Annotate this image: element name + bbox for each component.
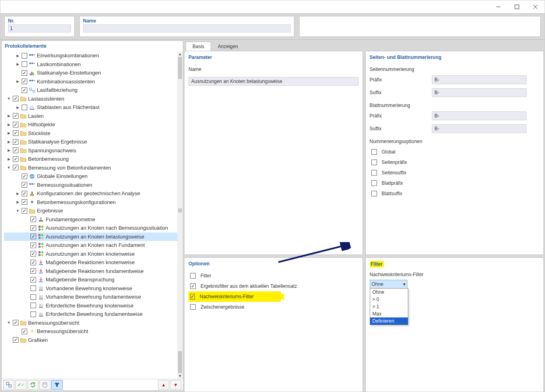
tree-row[interactable]: ▶Kombinationsassistenten [4,77,177,86]
tree-row[interactable]: Grafiken [4,336,177,345]
toolbar-db-button[interactable] [39,380,51,390]
tree-row[interactable]: ▶Statikanalyse-Ergebnisse [4,137,177,146]
tree-scrollbar[interactable]: ▲ ▼ [177,51,183,379]
numopt-checkbox[interactable] [371,160,377,165]
tree-checkbox[interactable] [30,216,36,222]
tree-row[interactable]: Erforderliche Bewehrung fundamentweise [4,310,177,319]
filter-dropdown[interactable]: Ohne▾ Ohne> 0> 1MaxDefinieren [370,280,407,289]
tree-checkbox[interactable] [30,268,36,274]
nr-value[interactable]: 1 [8,24,71,32]
tree-checkbox[interactable] [22,53,27,59]
expand-icon[interactable]: ▶ [15,105,20,109]
expand-icon[interactable]: ▶ [6,148,11,152]
seiten-suffix-input[interactable]: B- [432,88,527,97]
option-checkbox[interactable] [190,273,196,279]
tree-checkbox[interactable] [22,329,27,334]
tree-checkbox[interactable] [30,225,36,231]
tree-row[interactable]: Maßgebende Reaktionen fundamentweise [4,267,177,276]
option-checkbox[interactable] [190,283,196,289]
tree-row[interactable]: Ausnutzungen an Knoten nach Bemessungssi… [4,224,177,232]
tree-checkbox[interactable] [30,234,36,239]
tree-row[interactable]: ▶Stablasten aus Flächenlast [4,103,177,112]
tree-checkbox[interactable] [30,277,36,283]
toolbar-expand-button[interactable] [3,380,14,390]
tree-checkbox[interactable] [13,139,18,145]
tree-row[interactable]: ▼Bemessung von Betonfundamenten [4,164,177,172]
param-name-value[interactable]: Ausnutzungen an Knoten belastungsweise [188,77,359,86]
tree-checkbox[interactable] [13,113,18,119]
tree-checkbox[interactable] [13,156,18,162]
expand-icon[interactable]: ▶ [6,157,11,161]
tree-row[interactable]: ▶Einwirkungskombinationen [4,51,177,60]
tree-checkbox[interactable] [22,87,27,93]
toolbar-refresh-button[interactable] [27,380,38,390]
toolbar-up-button[interactable]: ▲ [158,380,169,390]
tree-checkbox[interactable] [13,148,18,153]
tree-checkbox[interactable] [13,96,18,101]
tree-checkbox[interactable] [13,130,18,136]
tree-row[interactable]: ▼Lastassistenten [4,95,177,103]
tree-checkbox[interactable] [13,122,18,127]
tree-checkbox[interactable] [13,320,18,325]
tree-checkbox[interactable] [22,191,27,196]
tree-checkbox[interactable] [13,165,18,170]
tab-anzeigen[interactable]: Anzeigen [211,42,245,51]
blatt-prefix-input[interactable]: B- [432,111,527,120]
tree-checkbox[interactable] [13,337,18,343]
filter-dropdown-list[interactable]: Ohne> 0> 1MaxDefinieren [370,288,408,325]
tree-row[interactable]: ▶Lasten [4,112,177,121]
tree-checkbox[interactable] [22,105,27,110]
maximize-button[interactable] [508,0,526,13]
tree-row[interactable]: Maßgebende Beanspruchung [4,275,177,284]
tree-checkbox[interactable] [22,182,27,188]
tree-row[interactable]: ▶Betonbemessungskonfigurationen [4,198,177,207]
tree-row[interactable]: ▶Stückliste [4,129,177,138]
tree-checkbox[interactable] [30,251,36,257]
tree-checkbox[interactable] [30,294,36,300]
name-value[interactable] [83,24,291,32]
tree[interactable]: ▶Einwirkungskombinationen▶Lastkombinatio… [2,51,177,379]
tree-row[interactable]: Maßgebende Reaktionen knotenweise [4,258,177,267]
tree-checkbox[interactable] [30,242,36,248]
expand-icon[interactable]: ▶ [6,123,11,127]
expand-icon[interactable]: ▼ [6,97,11,101]
tree-row[interactable]: ▶Konfigurationen der geotechnischen Anal… [4,189,177,198]
numopt-checkbox[interactable] [371,180,377,186]
tree-row[interactable]: Ausnutzungen an Knoten nach Fundament [4,241,177,250]
tree-row[interactable]: Bemessungsübersicht [4,327,177,336]
expand-icon[interactable]: ▶ [6,131,11,135]
minimize-button[interactable] [489,0,508,13]
tree-row[interactable]: Bemessungssituationen [4,181,177,190]
toolbar-checkall-button[interactable]: ✓✓ [15,380,26,390]
tree-checkbox[interactable] [22,61,27,67]
dropdown-option[interactable]: Max [370,310,408,317]
expand-icon[interactable]: ▼ [15,209,20,213]
expand-icon[interactable]: ▶ [15,200,20,204]
tree-row[interactable]: ▶Spannungsnachweis [4,146,177,155]
tree-checkbox[interactable] [30,311,36,317]
tree-checkbox[interactable] [22,174,27,179]
blatt-suffix-input[interactable]: B- [432,124,527,133]
close-button[interactable] [526,0,545,13]
tree-row[interactable]: Ausnutzungen an Knoten knotenweise [4,250,177,259]
expand-icon[interactable]: ▶ [15,54,20,58]
dropdown-option[interactable]: > 1 [370,303,408,310]
option-checkbox[interactable] [190,304,196,310]
tree-checkbox[interactable] [22,79,27,84]
tree-checkbox[interactable] [22,208,27,214]
dropdown-option[interactable]: Definieren [370,317,408,325]
tree-row[interactable]: Ausnutzungen an Knoten belastungsweise [4,232,177,241]
seiten-prefix-input[interactable]: B- [432,75,527,84]
tree-checkbox[interactable] [30,285,36,291]
expand-icon[interactable]: ▶ [15,79,20,83]
dropdown-option[interactable]: Ohne [370,289,408,296]
expand-icon[interactable]: ▼ [6,166,11,170]
tree-checkbox[interactable] [30,260,36,265]
tree-row[interactable]: Statikanalyse-Einstellungen [4,69,177,77]
expand-icon[interactable]: ▶ [6,114,11,118]
tree-row[interactable]: ▶Lastkombinationen [4,60,177,69]
tree-row[interactable]: Lastfallbeziehung [4,86,177,95]
expand-icon[interactable]: ▼ [6,321,11,325]
tree-row[interactable]: ▶Hilfsobjekte [4,120,177,129]
numopt-checkbox[interactable] [371,149,377,155]
